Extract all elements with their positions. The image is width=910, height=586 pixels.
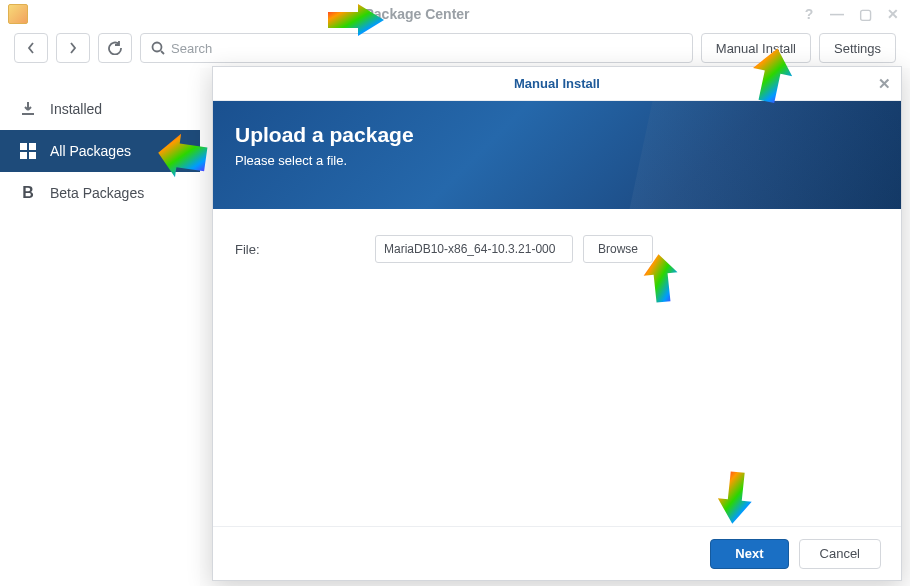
modal-hero-title: Upload a package	[235, 123, 879, 147]
next-button[interactable]: Next	[710, 539, 788, 569]
search-icon	[151, 41, 165, 55]
refresh-icon	[108, 41, 122, 55]
maximize-icon[interactable]: ▢	[856, 5, 874, 23]
modal-body: File: MariaDB10-x86_64-10.3.21-000 Brows…	[213, 209, 901, 526]
beta-icon: B	[18, 183, 38, 203]
modal-title: Manual Install	[514, 76, 600, 91]
modal-titlebar: Manual Install ✕	[213, 67, 901, 101]
grid-icon	[18, 141, 38, 161]
window-title: Package Center	[34, 6, 800, 22]
manual-install-button[interactable]: Manual Install	[701, 33, 811, 63]
window-controls: ? — ▢ ✕	[800, 5, 902, 23]
modal-footer: Next Cancel	[213, 526, 901, 580]
svg-line-1	[161, 51, 164, 54]
titlebar: Package Center ? — ▢ ✕	[0, 0, 910, 28]
file-input[interactable]: MariaDB10-x86_64-10.3.21-000	[375, 235, 573, 263]
svg-rect-2	[20, 143, 27, 150]
search-input[interactable]	[171, 41, 682, 56]
minimize-icon[interactable]: —	[828, 5, 846, 23]
download-icon	[18, 99, 38, 119]
svg-point-0	[153, 43, 162, 52]
sidebar-item-label: Beta Packages	[50, 185, 144, 201]
close-icon[interactable]: ✕	[884, 5, 902, 23]
manual-install-modal: Manual Install ✕ Upload a package Please…	[212, 66, 902, 581]
toolbar: Manual Install Settings	[0, 28, 910, 68]
refresh-button[interactable]	[98, 33, 132, 63]
sidebar-item-installed[interactable]: Installed	[0, 88, 200, 130]
chevron-right-icon	[68, 41, 78, 55]
cancel-button[interactable]: Cancel	[799, 539, 881, 569]
browse-button[interactable]: Browse	[583, 235, 653, 263]
svg-rect-5	[29, 152, 36, 159]
sidebar-item-beta-packages[interactable]: B Beta Packages	[0, 172, 200, 214]
back-button[interactable]	[14, 33, 48, 63]
file-row: File: MariaDB10-x86_64-10.3.21-000 Brows…	[235, 235, 879, 263]
modal-hero-subtitle: Please select a file.	[235, 153, 879, 168]
settings-button[interactable]: Settings	[819, 33, 896, 63]
sidebar: Installed All Packages B Beta Packages	[0, 68, 200, 586]
svg-rect-3	[29, 143, 36, 150]
app-icon	[8, 4, 28, 24]
sidebar-item-label: Installed	[50, 101, 102, 117]
file-label: File:	[235, 242, 365, 257]
forward-button[interactable]	[56, 33, 90, 63]
search-box[interactable]	[140, 33, 693, 63]
modal-hero: Upload a package Please select a file.	[213, 101, 901, 209]
chevron-left-icon	[26, 41, 36, 55]
sidebar-item-label: All Packages	[50, 143, 131, 159]
svg-rect-4	[20, 152, 27, 159]
modal-close-icon[interactable]: ✕	[878, 75, 891, 93]
sidebar-item-all-packages[interactable]: All Packages	[0, 130, 200, 172]
help-icon[interactable]: ?	[800, 5, 818, 23]
